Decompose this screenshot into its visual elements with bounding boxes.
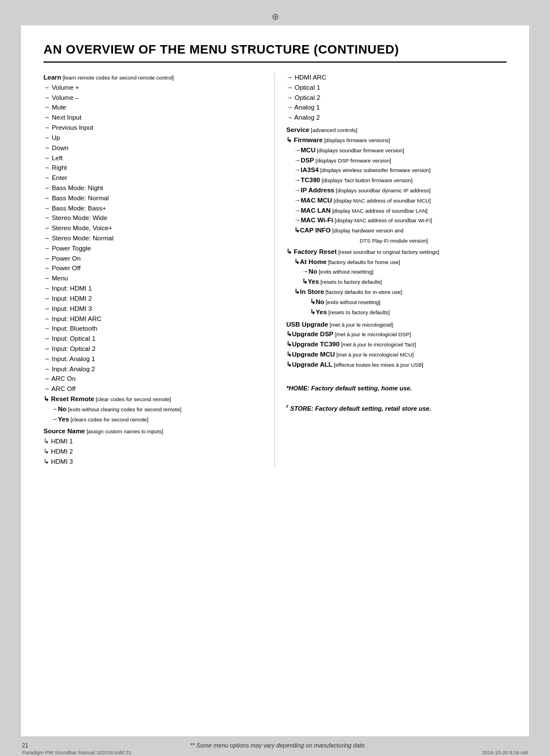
- usb-upgrade-label: USB Upgrade: [286, 321, 328, 328]
- firmware-note: [displays firmware versions]: [322, 137, 390, 143]
- power-on: → Power On: [43, 254, 263, 264]
- reset-yes-label: →Yes: [51, 416, 69, 423]
- mac-wifi: →MAC Wi-Fi [display MAC address of sound…: [286, 216, 507, 226]
- upgrade-tc390: ↳Upgrade TC390 [met à jour le micrologic…: [286, 340, 507, 350]
- service-label: Service: [286, 126, 309, 133]
- at-home-yes-label: ↳Yes: [302, 278, 319, 285]
- at-home-no: →No [exits without resetting]: [286, 267, 507, 277]
- upgrade-tc390-note: [met à jour le micrologiciel Tact]: [339, 341, 416, 348]
- ia3s4: →IA3S4 [displays wireless subwoofer firm…: [286, 165, 507, 175]
- learn-label: Learn: [43, 74, 61, 81]
- bottom-bar: Paradigm PW Soundbar Manual 102016.indd …: [21, 750, 529, 755]
- menu: → Menu: [43, 274, 263, 284]
- right-optical2: → Optical 2: [286, 93, 507, 103]
- usb-upgrade: USB Upgrade [met à jour le micrologiciel…: [286, 320, 507, 330]
- firmware-label: ↳ Firmware: [286, 137, 322, 143]
- at-home-note: [factory defaults for home use]: [326, 259, 400, 265]
- content-area: Learn [learn remote codes for second rem…: [43, 73, 507, 467]
- bass-plus: → Bass Mode: Bass+: [43, 204, 263, 214]
- dsp: →DSP [displays DSP firmware version]: [286, 156, 507, 166]
- in-store-yes: ↳Yes [resets to factory defaults]: [286, 307, 507, 318]
- cap-info-note: [display hardware version and: [331, 227, 404, 234]
- right-column: → HDMI ARC → Optical 1 → Optical 2 → Ana…: [275, 73, 507, 467]
- firmware: ↳ Firmware [displays firmware versions]: [286, 135, 507, 146]
- ip-address-label: →IP Address: [294, 187, 334, 194]
- page-number: 21: [22, 742, 28, 749]
- factory-reset: ↳ Factory Reset [reset soundbar to origi…: [286, 247, 507, 257]
- at-home-yes: ↳Yes [resets to factory defaults]: [286, 277, 507, 287]
- right-analog1: → Analog 1: [286, 103, 507, 113]
- in-store-no: ↳No [exits without resetting]: [286, 297, 507, 307]
- store-note: r STORE: Factory default setting, retail…: [286, 402, 507, 414]
- cap-info: ↳CAP INFO [display hardware version and: [286, 226, 507, 236]
- volume-plus: → Volume +: [43, 83, 263, 93]
- reset-remote-note: [clear codes for second remote]: [94, 396, 171, 402]
- reset-yes-note: [clears codes for second remote]: [69, 416, 148, 423]
- ia3s4-label: →IA3S4: [294, 166, 318, 173]
- input-hdmi-arc: → Input: HDMI ARC: [43, 314, 263, 324]
- stereo-normal: → Stereo Mode: Normal: [43, 234, 263, 244]
- footer-note: ** Some menu options may vary depending …: [190, 742, 366, 749]
- dsp-label: →DSP: [294, 157, 314, 164]
- in-store: ↳In Store [factory defaults for in-store…: [286, 287, 507, 297]
- ip-address-note: [displays soundbar dynamic IP address]: [334, 187, 430, 194]
- page-title: AN OVERVIEW OF THE MENU STRUCTURE (CONTI…: [43, 42, 507, 63]
- enter: → Enter: [43, 173, 263, 183]
- mute: → Mute: [43, 103, 263, 113]
- cap-info-cont-text: DTS Play-Fi module version]: [360, 238, 428, 244]
- at-home: ↳At Home [factory defaults for home use]: [286, 257, 507, 267]
- right: → Right: [43, 163, 263, 173]
- mcu: →MCU [displays soundbar firmware version…: [286, 146, 507, 156]
- upgrade-all: ↳Upgrade ALL [effectue toutes les mises …: [286, 360, 507, 370]
- in-store-label: ↳In Store: [294, 288, 324, 295]
- input-hdmi1: → Input: HDMI 1: [43, 284, 263, 294]
- volume-minus: → Volume –: [43, 93, 263, 103]
- in-store-yes-label: ↳Yes: [310, 309, 327, 315]
- upgrade-dsp-note: [met à jour le micrologiciel DSP]: [334, 331, 411, 337]
- up: → Up: [43, 133, 263, 143]
- in-store-yes-note: [resets to factory defaults]: [327, 309, 390, 315]
- mac-mcu-note: [display MAC address of soundbar MCU]: [332, 197, 431, 204]
- left-column: Learn [learn remote codes for second rem…: [43, 73, 275, 467]
- top-divider: ⊕: [272, 11, 279, 22]
- reset-no-note: [exits without clearing codes for second…: [67, 406, 181, 412]
- tc390: →TC390 [displays Tact button firmware ve…: [286, 175, 507, 186]
- dsp-note: [displays DSP firmware version]: [314, 157, 391, 164]
- source-name-label: Source Name: [43, 428, 85, 434]
- mcu-label: →MCU: [294, 147, 316, 153]
- reset-no: →No [exits without clearing codes for se…: [43, 405, 263, 415]
- stereo-voice: → Stereo Mode, Voice+: [43, 223, 263, 234]
- input-optical2: → Input: Optical 2: [43, 344, 263, 354]
- in-store-note: [factory defaults for in-store use]: [324, 289, 402, 295]
- service: Service [advanced controls]: [286, 125, 507, 135]
- in-store-no-label: ↳No: [310, 298, 324, 305]
- learn-item: Learn [learn remote codes for second rem…: [43, 73, 263, 83]
- next-input: → Next Input: [43, 113, 263, 123]
- reset-remote-label: ↳ Reset Remote: [43, 395, 94, 402]
- upgrade-mcu-label: ↳Upgrade MCU: [286, 351, 335, 358]
- footer: 21 ** Some menu options may vary dependi…: [21, 742, 529, 749]
- tc390-label: →TC390: [294, 177, 320, 183]
- factory-reset-label: ↳ Factory Reset: [286, 248, 337, 255]
- input-bluetooth: → Input: Bluetooth: [43, 324, 263, 334]
- right-analog2: → Analog 2: [286, 113, 507, 123]
- bass-normal: → Bass Mode: Normal: [43, 194, 263, 204]
- mac-mcu: →MAC MCU [display MAC address of soundba…: [286, 196, 507, 206]
- reset-no-label: →No: [51, 406, 67, 412]
- stereo-wide: → Stereo Mode: Wide: [43, 213, 263, 223]
- home-note: *HOME: Factory default setting, home use…: [286, 384, 507, 393]
- upgrade-dsp: ↳Upgrade DSP [met à jour le micrologicie…: [286, 329, 507, 340]
- arc-on: → ARC On: [43, 374, 263, 384]
- right-hdmi-arc: → HDMI ARC: [286, 73, 507, 83]
- factory-reset-note: [reset soundbar to original factory sett…: [337, 249, 439, 255]
- right-notes: *HOME: Factory default setting, home use…: [286, 384, 507, 414]
- at-home-no-label: →No: [302, 268, 317, 275]
- reset-remote: ↳ Reset Remote [clear codes for second r…: [43, 394, 263, 405]
- input-optical1: → Input: Optical 1: [43, 334, 263, 344]
- file-info: Paradigm PW Soundbar Manual 102016.indd …: [22, 750, 132, 755]
- source-name-note: [assign custom names to inputs]: [85, 428, 163, 434]
- source-hdmi2: ↳ HDMI 2: [43, 447, 263, 457]
- in-store-no-note: [exits without resetting]: [324, 299, 380, 305]
- input-analog2: → Input: Analog 2: [43, 364, 263, 375]
- at-home-yes-note: [resets to factory defaults]: [319, 279, 382, 285]
